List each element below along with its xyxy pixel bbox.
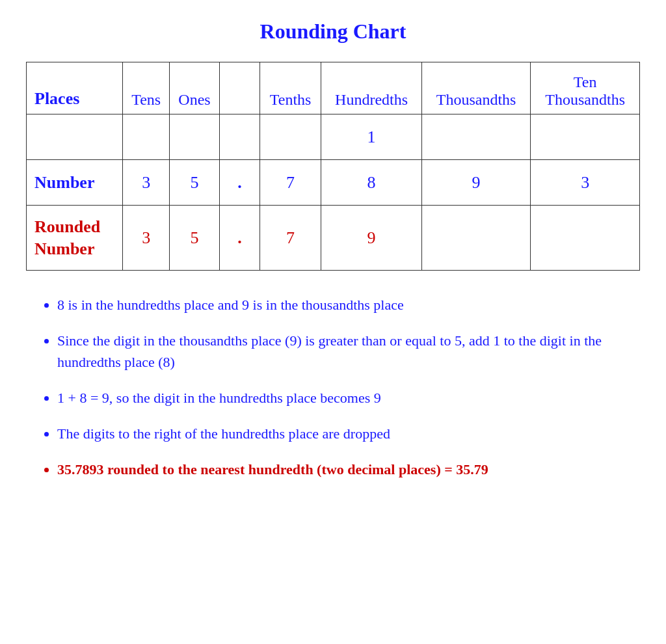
carry-row: 1 [27, 114, 640, 160]
header-thousandths: Thousandths [421, 62, 531, 114]
carry-tenths [260, 114, 321, 160]
number-thousandths: 9 [421, 160, 531, 206]
bullet-item-3: The digits to the right of the hundredth… [57, 423, 640, 444]
rounding-chart-table: Places Tens Ones Tenths Hundredths Thous… [26, 62, 640, 271]
bullet-item-2: 1 + 8 = 9, so the digit in the hundredth… [57, 387, 640, 409]
number-ones: 5 [170, 160, 220, 206]
header-ones: Ones [170, 62, 220, 114]
rounded-hundredths: 9 [321, 206, 421, 271]
header-tens: Tens [123, 62, 170, 114]
rounded-tenths: 7 [260, 206, 321, 271]
explanation-list: 8 is in the hundredths place and 9 is in… [26, 294, 640, 480]
carry-tens [123, 114, 170, 160]
carry-hundredths: 1 [321, 114, 421, 160]
rounded-row: Rounded Number 3 5 . 7 9 [27, 206, 640, 271]
number-tenths: 7 [260, 160, 321, 206]
number-row-label: Number [27, 160, 123, 206]
carry-thousandths [421, 114, 531, 160]
header-row: Places Tens Ones Tenths Hundredths Thous… [27, 62, 640, 114]
number-ten-thousandths: 3 [531, 160, 640, 206]
number-row: Number 3 5 . 7 8 9 3 [27, 160, 640, 206]
header-ten-thousandths: Ten Thousandths [531, 62, 640, 114]
carry-label [27, 114, 123, 160]
rounded-row-label: Rounded Number [27, 206, 123, 271]
number-hundredths: 8 [321, 160, 421, 206]
rounded-ten-thousandths [531, 206, 640, 271]
number-decimal: . [220, 160, 260, 206]
header-hundredths: Hundredths [321, 62, 421, 114]
carry-ones [170, 114, 220, 160]
header-places: Places [27, 62, 123, 114]
page-title: Rounding Chart [26, 20, 640, 44]
header-tenths: Tenths [260, 62, 321, 114]
bullet-item-4: 35.7893 rounded to the nearest hundredth… [57, 459, 640, 480]
rounded-thousandths [421, 206, 531, 271]
rounded-ones: 5 [170, 206, 220, 271]
header-decimal [220, 62, 260, 114]
rounded-tens: 3 [123, 206, 170, 271]
carry-ten-thousandths [531, 114, 640, 160]
bullet-item-1: Since the digit in the thousandths place… [57, 330, 640, 373]
number-tens: 3 [123, 160, 170, 206]
bullet-item-0: 8 is in the hundredths place and 9 is in… [57, 294, 640, 315]
rounded-decimal: . [220, 206, 260, 271]
carry-decimal [220, 114, 260, 160]
